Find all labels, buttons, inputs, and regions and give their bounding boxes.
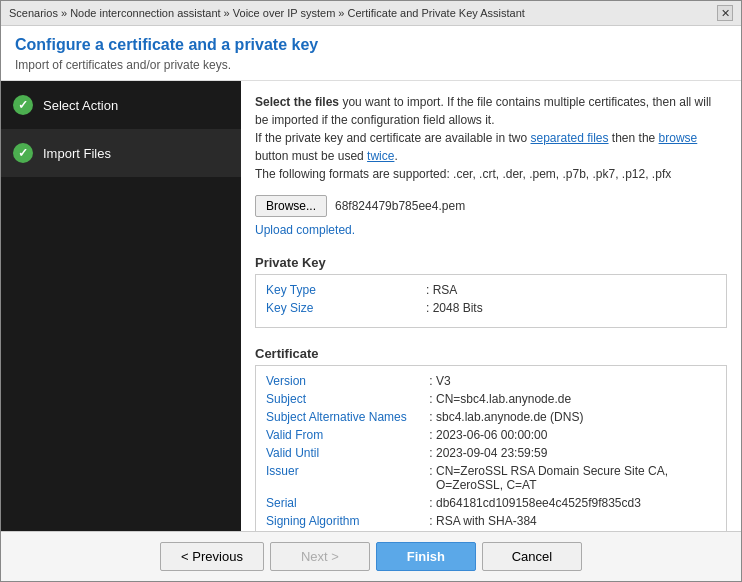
check-icon-select-action: ✓ <box>13 95 33 115</box>
cert-field-value: V3 <box>436 374 451 388</box>
sidebar-label-import-files: Import Files <box>43 146 111 161</box>
key-type-sep: : <box>426 283 433 297</box>
main-window: Scenarios » Node interconnection assista… <box>0 0 742 582</box>
cert-field-label: Subject <box>266 392 426 406</box>
window-title: Scenarios » Node interconnection assista… <box>9 7 525 19</box>
filename-display: 68f824479b785ee4.pem <box>335 199 465 213</box>
cert-field-label: Subject Alternative Names <box>266 410 426 424</box>
main-content: Select the files you want to import. If … <box>241 81 741 531</box>
table-row: Serial : db64181cd109158ee4c4525f9f835cd… <box>266 496 716 510</box>
private-key-title: Private Key <box>255 249 727 274</box>
cancel-button[interactable]: Cancel <box>482 542 582 571</box>
instruction-line1: Select the files you want to import. If … <box>255 95 711 127</box>
key-size-sep: : <box>426 301 433 315</box>
browse-link[interactable]: browse <box>659 131 698 145</box>
table-row: Valid From : 2023-06-06 00:00:00 <box>266 428 716 442</box>
upload-row: Browse... 68f824479b785ee4.pem <box>255 195 727 217</box>
cert-field-value: CN=sbc4.lab.anynode.de <box>436 392 571 406</box>
cert-field-label: Valid Until <box>266 446 426 460</box>
cert-field-label: Valid From <box>266 428 426 442</box>
previous-button[interactable]: < Previous <box>160 542 264 571</box>
cert-field-label: Serial <box>266 496 426 510</box>
private-key-content: Key Type : RSA Key Size : 2048 Bits <box>256 275 726 327</box>
table-row: Key Type : RSA <box>266 283 716 297</box>
instruction-line2-pre: If the private key and certificate are a… <box>255 131 530 145</box>
instruction-line3: The following formats are supported: .ce… <box>255 167 671 181</box>
finish-button[interactable]: Finish <box>376 542 476 571</box>
sidebar-item-import-files[interactable]: ✓ Import Files <box>1 129 241 177</box>
cert-field-value: 2023-06-06 00:00:00 <box>436 428 547 442</box>
page-title: Configure a certificate and a private ke… <box>15 36 727 54</box>
key-type-value: RSA <box>433 283 458 297</box>
cert-field-label: Version <box>266 374 426 388</box>
twice-link[interactable]: twice <box>367 149 394 163</box>
key-type-label: Key Type <box>266 283 426 297</box>
cert-field-value: db64181cd109158ee4c4525f9f835cd3 <box>436 496 641 510</box>
check-icon-import-files: ✓ <box>13 143 33 163</box>
instruction-line2: If the private key and certificate are a… <box>255 131 697 163</box>
page-subtitle: Import of certificates and/or private ke… <box>15 58 727 72</box>
table-row: Subject : CN=sbc4.lab.anynode.de <box>266 392 716 406</box>
private-key-section: Private Key Key Type : RSA Key Size : 20… <box>255 249 727 328</box>
instruction-bold: Select the files <box>255 95 339 109</box>
sidebar-label-select-action: Select Action <box>43 98 118 113</box>
table-row: Signing Algorithm : RSA with SHA-384 <box>266 514 716 528</box>
page-header: Configure a certificate and a private ke… <box>1 26 741 81</box>
cert-field-label: Signing Algorithm <box>266 514 426 528</box>
titlebar: Scenarios » Node interconnection assista… <box>1 1 741 26</box>
certificate-scroll[interactable]: Version : V3 Subject : CN=sbc4.lab.anyno… <box>255 365 727 531</box>
cert-field-value: sbc4.lab.anynode.de (DNS) <box>436 410 583 424</box>
table-row: Subject Alternative Names : sbc4.lab.any… <box>266 410 716 424</box>
upload-status: Upload completed. <box>255 223 727 237</box>
close-button[interactable]: ✕ <box>717 5 733 21</box>
certificate-section: Certificate Version : V3 Subject : CN=sb… <box>255 340 727 531</box>
key-size-value: 2048 Bits <box>433 301 483 315</box>
next-button[interactable]: Next > <box>270 542 370 571</box>
cert-field-value: RSA with SHA-384 <box>436 514 537 528</box>
key-size-label: Key Size <box>266 301 426 315</box>
browse-button[interactable]: Browse... <box>255 195 327 217</box>
sidebar-item-select-action[interactable]: ✓ Select Action <box>1 81 241 129</box>
footer: < Previous Next > Finish Cancel <box>1 531 741 581</box>
cert-field-value: CN=ZeroSSL RSA Domain Secure Site CA, O=… <box>436 464 716 492</box>
instruction-line2-mid: then the <box>609 131 659 145</box>
certificate-title: Certificate <box>255 340 727 365</box>
instruction-line2-post: button must be used <box>255 149 367 163</box>
table-row: Issuer : CN=ZeroSSL RSA Domain Secure Si… <box>266 464 716 492</box>
table-row: Version : V3 <box>266 374 716 388</box>
cert-field-label: Issuer <box>266 464 426 492</box>
sidebar: ✓ Select Action ✓ Import Files <box>1 81 241 531</box>
separated-files-link[interactable]: separated files <box>530 131 608 145</box>
private-key-box: Key Type : RSA Key Size : 2048 Bits <box>255 274 727 328</box>
body: ✓ Select Action ✓ Import Files Select th… <box>1 81 741 531</box>
table-row: Key Size : 2048 Bits <box>266 301 716 315</box>
cert-field-value: 2023-09-04 23:59:59 <box>436 446 547 460</box>
instruction-line2-end: . <box>394 149 397 163</box>
table-row: Valid Until : 2023-09-04 23:59:59 <box>266 446 716 460</box>
instruction-text: Select the files you want to import. If … <box>255 93 727 183</box>
certificate-content: Version : V3 Subject : CN=sbc4.lab.anyno… <box>256 366 726 531</box>
